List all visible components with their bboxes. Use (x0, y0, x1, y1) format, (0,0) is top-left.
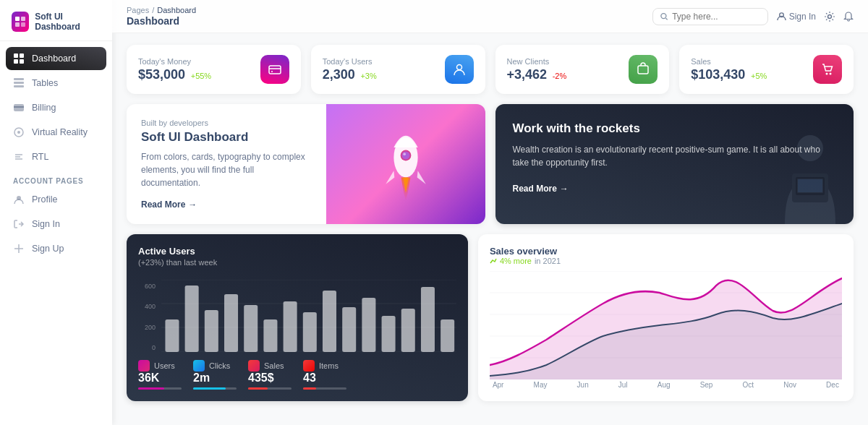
metric-sales-header: Sales (248, 360, 292, 372)
svg-rect-22 (638, 66, 648, 74)
header-signin[interactable]: Sign In (777, 12, 816, 22)
stat-card-users: Today's Users 2,300 +3% (311, 45, 485, 94)
breadcrumb-path: Pages / Dashboard (127, 6, 196, 14)
stat-label-clients: New Clients (507, 57, 567, 66)
logo-text: Soft UI Dashboard (35, 12, 101, 32)
search-icon (660, 12, 668, 21)
stat-icon-users (445, 55, 474, 84)
svg-rect-49 (382, 316, 396, 352)
svg-rect-10 (14, 85, 24, 87)
stat-info-users: Today's Users 2,300 +3% (323, 57, 377, 82)
line-chart-title: Sales overview (490, 246, 842, 257)
sidebar-item-rtl[interactable]: RTL (6, 145, 106, 168)
stat-icon-clients (629, 55, 658, 84)
svg-point-27 (401, 151, 409, 159)
metric-users-header: Users (138, 360, 182, 372)
metric-sales-value: 435$ (248, 372, 292, 385)
header-notifications[interactable] (843, 12, 854, 22)
metric-users: Users 36K (138, 360, 182, 390)
stat-label-sales: Sales (691, 57, 767, 66)
sidebar-item-signup[interactable]: Sign Up (6, 237, 106, 260)
sidebar-item-tables[interactable]: Tables (6, 72, 106, 95)
svg-point-28 (403, 153, 406, 155)
header-settings[interactable] (825, 12, 835, 22)
stat-info-sales: Sales $103,430 +5% (691, 57, 767, 82)
svg-rect-50 (401, 309, 415, 352)
stat-users-amount: 2,300 (323, 67, 355, 82)
metric-users-bar (138, 387, 182, 390)
dark-card-title: Work with the rockets (513, 121, 837, 136)
dark-card-read-more[interactable]: Read More → (513, 184, 837, 194)
bar-chart-title: Active Users (138, 246, 217, 257)
svg-rect-41 (224, 294, 238, 352)
line-chart-card: Sales overview 4% more in 2021 (478, 234, 854, 401)
search-input[interactable] (672, 12, 760, 22)
svg-rect-3 (21, 22, 25, 27)
svg-rect-1 (21, 17, 25, 21)
stat-clients-amount: +3,462 (507, 67, 548, 82)
svg-rect-46 (323, 291, 336, 352)
breadcrumb-pages: Pages (127, 6, 149, 14)
stat-value-clients: +3,462 -2% (507, 67, 567, 82)
sidebar-item-dashboard[interactable]: Dashboard (6, 47, 106, 70)
svg-rect-48 (362, 298, 375, 352)
metric-clicks-value: 2m (193, 372, 237, 385)
sidebar-item-signin[interactable]: Sign In (6, 212, 106, 236)
y-axis-labels: 6004002000 (138, 280, 156, 354)
svg-point-20 (271, 71, 273, 72)
sidebar-item-profile[interactable]: Profile (6, 188, 106, 211)
svg-point-16 (661, 13, 666, 18)
rtl-icon (13, 151, 25, 163)
svg-rect-43 (263, 319, 277, 352)
svg-rect-44 (284, 301, 297, 352)
header: Pages / Dashboard Dashboard Sign In (112, 0, 868, 33)
svg-point-18 (828, 14, 832, 18)
logo-icon (12, 12, 29, 32)
profile-icon (13, 194, 25, 205)
stat-users-change: +3% (360, 72, 376, 80)
signin-icon (13, 218, 25, 230)
metric-items-bar-fill (303, 387, 316, 390)
svg-rect-45 (303, 312, 317, 352)
line-chart-year: in 2021 (535, 257, 561, 265)
stat-sales-change: +5% (751, 72, 767, 80)
user-icon (777, 12, 786, 21)
metric-users-value: 36K (138, 372, 182, 385)
metric-users-icon (138, 360, 150, 372)
metric-sales-bar-fill (248, 387, 268, 390)
promo-arrow: → (188, 199, 197, 210)
breadcrumb: Pages / Dashboard Dashboard (127, 6, 196, 27)
sidebar-item-billing[interactable]: Billing (6, 96, 106, 119)
line-chart-svg (490, 271, 842, 379)
settings-icon (825, 12, 835, 22)
promo-text: Built by developers Soft UI Dashboard Fr… (127, 104, 326, 224)
search-box[interactable] (652, 8, 768, 25)
metric-items: Items 43 (303, 360, 346, 390)
stat-icon-money (260, 55, 289, 84)
content-area: Today's Money $53,000 +55% Today's Users… (112, 33, 868, 425)
svg-rect-2 (15, 22, 20, 27)
svg-rect-4 (14, 53, 18, 58)
sidebar-item-billing-label: Billing (32, 103, 56, 113)
sidebar-item-rtl-label: RTL (32, 152, 48, 162)
metric-items-bar (303, 387, 346, 390)
promo-read-more-text: Read More (141, 199, 185, 210)
stat-card-money: Today's Money $53,000 +55% (127, 45, 301, 94)
svg-rect-12 (14, 106, 24, 108)
dark-card: Work with the rockets Wealth creation is… (495, 104, 854, 224)
stat-label-money: Today's Money (138, 57, 211, 66)
stat-value-users: 2,300 +3% (323, 67, 377, 82)
metric-sales-bar (248, 387, 292, 390)
stat-sales-amount: $103,430 (691, 67, 745, 82)
stat-label-users: Today's Users (323, 57, 377, 66)
metric-items-value: 43 (303, 372, 346, 385)
promo-read-more[interactable]: Read More → (141, 199, 312, 210)
promo-built: Built by developers (141, 119, 312, 127)
sidebar-item-signin-label: Sign In (32, 219, 60, 229)
svg-rect-42 (244, 305, 258, 352)
sidebar-item-vr[interactable]: Virtual Reality (6, 121, 106, 144)
metric-sales-label: Sales (264, 361, 284, 370)
promo-image (326, 104, 485, 224)
svg-point-21 (456, 65, 461, 70)
stat-card-sales: Sales $103,430 +5% (679, 45, 854, 94)
